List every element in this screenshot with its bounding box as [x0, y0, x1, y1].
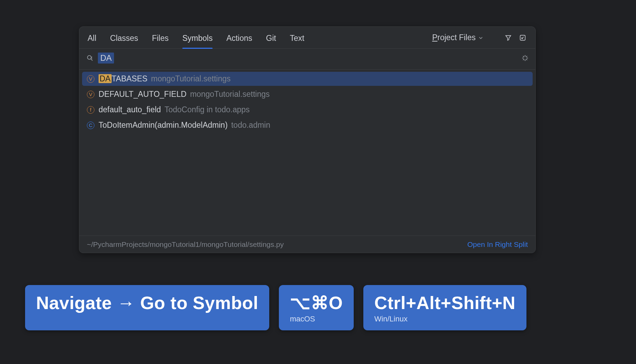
- card-shortcut-win: Ctrl+Alt+Shift+N Win/Linux: [363, 285, 526, 330]
- tab-symbols[interactable]: Symbols: [182, 27, 213, 48]
- scope-hotkey-letter: P: [432, 33, 437, 42]
- match-context: todo.admin: [231, 121, 270, 129]
- match-name-rest: ToDoItemAdmin(admin.ModelAdmin): [99, 121, 228, 129]
- scope-dropdown[interactable]: Project Files: [432, 33, 483, 42]
- filter-icon[interactable]: [504, 33, 513, 42]
- tab-git[interactable]: Git: [266, 27, 276, 48]
- results-list: V DATABASES mongoTutorial.settings V DEF…: [79, 69, 535, 236]
- search-everywhere-popup: All Classes Files Symbols Actions Git Te…: [79, 26, 536, 253]
- card-menu-path-text: Navigate → Go to Symbol: [36, 293, 258, 313]
- tab-all[interactable]: All: [88, 27, 96, 48]
- loading-spinner-icon: [522, 55, 529, 61]
- field-icon: f: [87, 106, 94, 114]
- card-win-keys: Ctrl+Alt+Shift+N: [374, 293, 515, 313]
- variable-icon: V: [87, 91, 94, 98]
- svg-point-1: [88, 56, 91, 59]
- class-icon: C: [87, 122, 94, 129]
- match-name-rest: TABASES: [112, 74, 147, 83]
- search-tabs-bar: All Classes Files Symbols Actions Git Te…: [79, 27, 535, 49]
- status-bar: ~/PycharmProjects/mongoTutorial1/mongoTu…: [79, 236, 535, 253]
- match-name-rest: DEFAULT_AUTO_FIELD: [99, 90, 186, 99]
- match-context: TodoConfig in todo.apps: [164, 105, 250, 114]
- tab-actions[interactable]: Actions: [226, 27, 252, 48]
- card-menu-path: Navigate → Go to Symbol: [25, 285, 269, 330]
- card-shortcut-mac: ⌥⌘O macOS: [279, 285, 354, 330]
- match-highlight: DA: [99, 74, 112, 83]
- tab-classes[interactable]: Classes: [110, 27, 138, 48]
- result-item[interactable]: f default_auto_field TodoConfig in todo.…: [82, 103, 533, 117]
- file-path: ~/PycharmProjects/mongoTutorial1/mongoTu…: [87, 240, 284, 249]
- open-in-right-split-link[interactable]: Open In Right Split: [467, 240, 528, 249]
- pin-window-icon[interactable]: [518, 33, 527, 42]
- card-mac-keys: ⌥⌘O: [290, 293, 343, 313]
- match-context: mongoTutorial.settings: [190, 90, 270, 99]
- tab-files[interactable]: Files: [152, 27, 169, 48]
- result-item[interactable]: V DEFAULT_AUTO_FIELD mongoTutorial.setti…: [82, 87, 533, 101]
- scope-label-rest: roject Files: [438, 33, 476, 42]
- search-icon: [86, 54, 94, 62]
- search-input-row: DA: [79, 49, 535, 67]
- card-win-label: Win/Linux: [374, 315, 515, 323]
- result-item[interactable]: C ToDoItemAdmin(admin.ModelAdmin) todo.a…: [82, 118, 533, 132]
- match-context: mongoTutorial.settings: [151, 74, 231, 83]
- result-item[interactable]: V DATABASES mongoTutorial.settings: [82, 72, 533, 86]
- shortcut-cards: Navigate → Go to Symbol ⌥⌘O macOS Ctrl+A…: [25, 285, 526, 330]
- match-name-rest: default_auto_field: [99, 105, 161, 114]
- variable-icon: V: [87, 75, 94, 83]
- search-input[interactable]: DA: [98, 53, 114, 64]
- chevron-down-icon: [478, 35, 483, 40]
- tab-text[interactable]: Text: [290, 27, 304, 48]
- card-mac-label: macOS: [290, 315, 343, 323]
